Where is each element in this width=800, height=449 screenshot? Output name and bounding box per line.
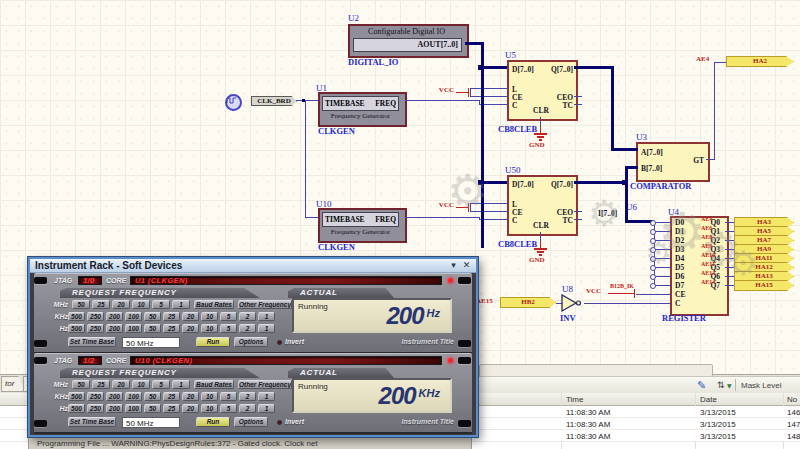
edit-pencil-icon[interactable]: ✎ (697, 379, 706, 392)
freq-button[interactable]: 100 (125, 392, 142, 401)
instrument-panel-2: JTAG1/2COREU10 (CLKGEN)REQUEST FREQUENCY… (34, 353, 472, 434)
freq-button[interactable]: 25 (163, 392, 180, 401)
freq-button[interactable]: 5 (220, 392, 237, 401)
freq-button[interactable]: 2 (239, 404, 256, 413)
freq-button[interactable]: 10 (132, 300, 150, 309)
freq-button[interactable]: 1 (258, 392, 275, 401)
u2-pin-aout: AOUT[7..0] (418, 40, 458, 49)
freq-button[interactable]: 5 (152, 380, 170, 389)
freq-button[interactable]: 1 (172, 300, 190, 309)
invert-led[interactable] (277, 340, 282, 345)
freq-button[interactable]: 5 (152, 300, 170, 309)
freq-button[interactable]: 1 (258, 324, 275, 333)
set-time-base-button[interactable]: Set Time Base (68, 337, 116, 347)
freq-button[interactable]: 25 (163, 312, 180, 321)
minimize-icon[interactable]: ▾ (447, 259, 460, 272)
freq-button[interactable]: 20 (182, 404, 199, 413)
freq-button[interactable]: 1 (172, 380, 190, 389)
freq-button[interactable]: 5 (220, 312, 237, 321)
close-icon[interactable]: ✕ (460, 259, 473, 272)
options-button[interactable]: Options (234, 337, 268, 347)
freq-button[interactable]: 50 (72, 380, 90, 389)
freq-button[interactable]: Other Frequency (238, 380, 292, 389)
options-button[interactable]: Options (234, 417, 268, 427)
freq-button[interactable]: 5 (220, 404, 237, 413)
freq-button[interactable]: 20 (182, 392, 199, 401)
u10-block[interactable]: TIMEBASE FREQ Frequency Generator (318, 208, 407, 243)
freq-button[interactable]: 20 (112, 380, 130, 389)
freq-button[interactable]: Baud Rates (194, 300, 234, 309)
u50-block[interactable]: D[7..0] Q[7..0] L CE C CEO TC CLR (507, 175, 578, 236)
freq-button[interactable]: 1 (258, 312, 275, 321)
u5-block[interactable]: D[7..0] Q[7..0] L CE C CEO TC CLR (507, 60, 578, 121)
rack-handle (34, 420, 47, 427)
wire-bus (574, 181, 628, 184)
freq-button[interactable]: 100 (125, 404, 142, 413)
freq-button[interactable]: 50 (144, 312, 161, 321)
freq-button[interactable]: 10 (201, 392, 218, 401)
wire-thin (714, 62, 726, 63)
table-cell: 11:08:30 AM (566, 408, 636, 417)
freq-button[interactable]: 2 (239, 312, 256, 321)
freq-button[interactable]: 25 (163, 404, 180, 413)
hb2-port-flag[interactable]: HB2 (500, 297, 556, 308)
column-header[interactable]: Time (566, 395, 626, 405)
freq-button[interactable]: 20 (182, 324, 199, 333)
freq-button[interactable]: 250 (87, 392, 104, 401)
freq-button[interactable]: 1 (258, 404, 275, 413)
timebase-field[interactable]: 50 MHz (122, 417, 180, 428)
freq-button[interactable]: 250 (87, 404, 104, 413)
u1-block[interactable]: TIMEBASE FREQ Frequency Generator (318, 92, 407, 127)
u10-instance-label: CLKGEN (318, 242, 355, 252)
run-button[interactable]: Run (196, 417, 230, 427)
freq-button[interactable]: 10 (201, 404, 218, 413)
freq-button[interactable]: 500 (68, 404, 85, 413)
ha2-port-flag[interactable]: HA2 (726, 56, 794, 67)
mask-level-label[interactable]: Mask Level (741, 381, 781, 390)
freq-button[interactable]: 20 (112, 300, 130, 309)
u2-block[interactable]: Configurable Digital IO AOUT[7..0] (348, 24, 469, 58)
freq-button[interactable]: 10 (132, 380, 150, 389)
freq-button[interactable]: 5 (220, 324, 237, 333)
freq-button[interactable]: 200 (106, 404, 123, 413)
freq-button[interactable]: 200 (106, 324, 123, 333)
inverter-gate-icon[interactable] (561, 294, 583, 313)
freq-button[interactable]: 10 (201, 324, 218, 333)
freq-button[interactable]: 250 (87, 312, 104, 321)
wire-thin (654, 276, 671, 277)
window-titlebar[interactable]: Instrument Rack - Soft Devices (30, 259, 476, 273)
freq-button[interactable]: 100 (125, 324, 142, 333)
freq-button[interactable]: 200 (106, 392, 123, 401)
freq-button[interactable]: 20 (182, 312, 199, 321)
freq-button[interactable]: 500 (68, 324, 85, 333)
sort-icon[interactable]: ⇅ (717, 380, 725, 390)
freq-button[interactable]: 500 (68, 392, 85, 401)
column-header[interactable]: Date (700, 395, 760, 405)
freq-button[interactable]: 50 (144, 392, 161, 401)
freq-button[interactable]: 25 (92, 380, 110, 389)
freq-button[interactable]: Other Frequency (238, 300, 292, 309)
set-time-base-button[interactable]: Set Time Base (68, 417, 116, 427)
freq-button[interactable]: 50 (72, 300, 90, 309)
timebase-field[interactable]: 50 MHz (122, 337, 180, 348)
freq-button[interactable]: 2 (239, 392, 256, 401)
freq-button[interactable]: 200 (106, 312, 123, 321)
column-header[interactable]: No (787, 395, 800, 405)
toolbar-separator (735, 379, 736, 391)
u3-block[interactable]: A[7..0] B[7..0] GT (636, 142, 710, 182)
freq-button[interactable]: Baud Rates (194, 380, 234, 389)
freq-button[interactable]: 250 (87, 324, 104, 333)
freq-button[interactable]: 2 (239, 324, 256, 333)
clk-brd-port-flag[interactable]: CLK_BRD (251, 96, 297, 106)
freq-button[interactable]: 10 (201, 312, 218, 321)
freq-button[interactable]: 50 (144, 324, 161, 333)
invert-led[interactable] (277, 420, 282, 425)
freq-button[interactable]: 50 (144, 404, 161, 413)
u1-instance-label: CLKGEN (318, 126, 355, 136)
freq-button[interactable]: 25 (92, 300, 110, 309)
freq-button[interactable]: 100 (125, 312, 142, 321)
freq-button[interactable]: 25 (163, 324, 180, 333)
run-button[interactable]: Run (196, 337, 230, 347)
freq-button[interactable]: 500 (68, 312, 85, 321)
filter-icon[interactable]: ▼ (727, 382, 732, 389)
